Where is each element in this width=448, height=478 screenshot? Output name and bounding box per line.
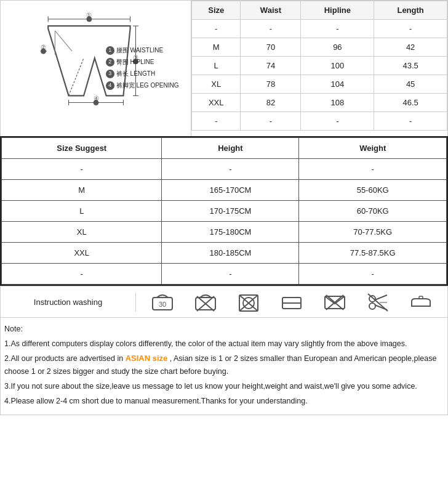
wash-icon-no-wring [323,290,346,314]
wash-icon-hand-wash: 30 [151,290,174,314]
col-header-waist: Waist [241,1,301,20]
suggest-section: Size Suggest Height Weight ---M165-170CM… [0,136,448,286]
legend-label-4: 裤脚宽 LEG OPENING [116,80,179,91]
wash-icon-no-dry [237,290,260,314]
table-row: M165-170CM55-60KG [2,180,447,201]
table-cell: 170-175CM [162,201,299,222]
svg-text:④: ④ [93,95,98,102]
table-row: --- [2,264,447,285]
table-cell: 96 [301,38,374,57]
size-table-wrap: Size Waist Hipline Length ----M709642L74… [191,1,447,136]
table-cell: 104 [301,75,374,94]
washing-label: Instruction washing [1,293,136,312]
note-2: 2.All our products are advertised in ASI… [4,352,444,378]
legend-label-1: 腰围 WAISTLINE [116,45,163,55]
table-cell: - [2,159,162,180]
diagram-inner: ① ② [13,7,179,130]
table-cell: 43.5 [374,57,447,75]
table-row: XL175-180CM70-77.5KG [2,222,447,243]
asian-size-highlight: ASIAN size [126,354,168,363]
note-4: 4.Please allow 2-4 cm short due to manua… [4,395,444,407]
legend-num-1: 1 [106,46,114,55]
table-cell: M [192,38,241,57]
table-cell: XXL [192,94,241,112]
table-row: ---- [192,20,447,38]
wash-icon-flat-dry [280,290,303,314]
col-header-hipline: Hipline [301,1,374,20]
col-header-length: Length [374,1,447,20]
table-cell: 55-60KG [299,180,447,201]
table-cell: 60-70KG [299,201,447,222]
legend-label-3: 裤长 LENGTH [116,68,155,79]
table-cell: - [301,20,374,38]
notes-title: Note: [4,323,444,335]
svg-text:30: 30 [159,301,166,308]
table-row: XL7810445 [192,75,447,94]
legend-num-3: 3 [106,70,114,78]
table-row: M709642 [192,38,447,57]
washing-icons: 30 [136,286,447,317]
legend-label-2: 臀围 HIPLINE [116,57,154,67]
top-section: ① ② [0,0,448,136]
table-row: ---- [192,112,447,131]
table-cell: - [241,20,301,38]
table-cell: 78 [241,75,301,94]
table-cell: - [192,112,241,131]
svg-text:①: ① [86,12,92,18]
table-cell: 74 [241,57,301,75]
notes-section: Note: 1.As different computers display c… [0,318,448,415]
svg-line-5 [68,58,83,95]
table-cell: - [162,159,299,180]
svg-rect-42 [419,296,423,299]
table-cell: 77.5-87.5KG [299,243,447,264]
svg-text:②: ② [40,44,46,51]
table-cell: 70-77.5KG [299,222,447,243]
table-cell: - [299,159,447,180]
table-row: L7410043.5 [192,57,447,75]
note-2-prefix: 2.All our products are advertised in [4,354,123,363]
table-cell: 175-180CM [162,222,299,243]
diagram-legend: 1 腰围 WAISTLINE 2 臀围 HIPLINE 3 裤长 LENGTH … [106,45,179,92]
table-row: XXL8210846.5 [192,94,447,112]
table-cell: 82 [241,94,301,112]
table-cell: 108 [301,94,374,112]
table-cell: - [374,20,447,38]
table-cell: L [192,57,241,75]
main-wrapper: ① ② [0,0,448,415]
table-cell: - [301,112,374,131]
legend-num-4: 4 [106,81,114,90]
table-cell: 70 [241,38,301,57]
table-cell: - [299,264,447,285]
table-cell: - [2,264,162,285]
wash-icon-no-iron [366,290,390,314]
table-row: XXL180-185CM77.5-87.5KG [2,243,447,264]
note-3: 3.If you not sure about the size,leave u… [4,380,444,392]
note-3-text: 3.If you not sure about the size,leave u… [4,382,417,391]
table-row: L170-175CM60-70KG [2,201,447,222]
table-cell: - [162,264,299,285]
svg-point-37 [369,303,375,309]
note-1: 1.As different computers display colors … [4,338,444,350]
table-cell: 42 [374,38,447,57]
table-row: --- [2,159,447,180]
table-cell: - [374,112,447,131]
note-1-text: 1.As different computers display colors … [4,339,407,348]
note-4-text: 4.Please allow 2-4 cm short due to manua… [4,397,308,405]
suggest-col-size: Size Suggest [2,138,162,159]
wash-icon-no-bleach [194,290,217,314]
table-cell: 46.5 [374,94,447,112]
table-cell: 100 [301,57,374,75]
table-cell: M [2,180,162,201]
table-cell: 45 [374,75,447,94]
table-cell: XL [192,75,241,94]
table-cell: L [2,201,162,222]
legend-num-2: 2 [106,58,114,67]
table-cell: 165-170CM [162,180,299,201]
svg-line-7 [55,31,72,51]
washing-row: Instruction washing 30 [0,286,448,318]
suggest-table: Size Suggest Height Weight ---M165-170CM… [1,137,447,285]
col-header-size: Size [192,1,241,20]
table-cell: - [192,20,241,38]
table-cell: 180-185CM [162,243,299,264]
svg-line-38 [375,295,387,300]
